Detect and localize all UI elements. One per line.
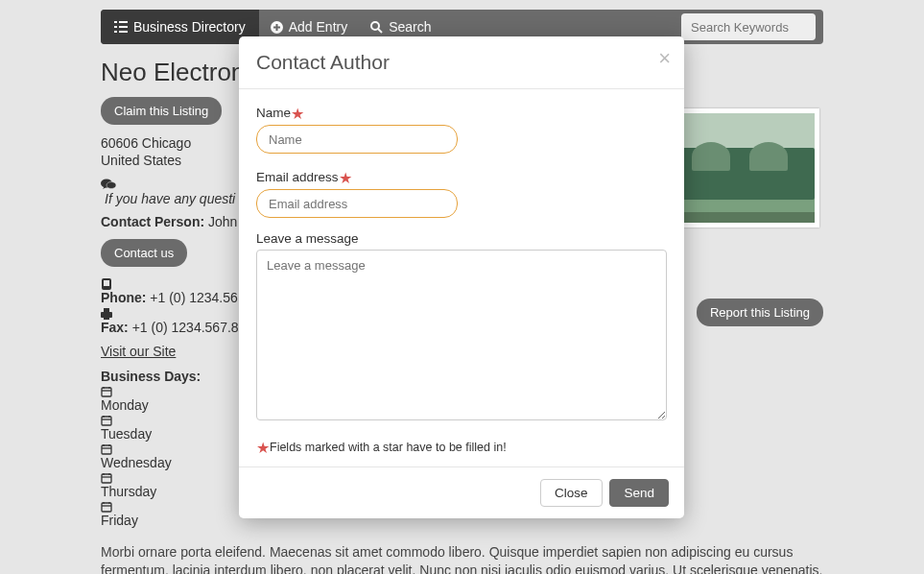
search-input[interactable] xyxy=(681,13,816,40)
listing-image xyxy=(668,108,819,227)
svg-rect-16 xyxy=(104,308,109,313)
svg-rect-4 xyxy=(114,31,117,33)
fax-label: Fax: xyxy=(101,320,129,335)
visit-site-link[interactable]: Visit our Site xyxy=(101,344,176,359)
email-input[interactable] xyxy=(256,189,458,218)
question-text: If you have any questi xyxy=(105,191,235,206)
name-input[interactable] xyxy=(256,125,458,154)
report-listing-button[interactable]: Report this Listing xyxy=(697,299,823,326)
phone-label: Phone: xyxy=(101,290,146,305)
svg-rect-2 xyxy=(114,26,117,28)
svg-rect-14 xyxy=(104,280,109,286)
name-label: Name★ xyxy=(256,103,667,121)
modal-title: Contact Author xyxy=(256,51,667,74)
svg-rect-22 xyxy=(102,417,111,425)
message-label: Leave a message xyxy=(256,231,667,246)
svg-rect-1 xyxy=(119,21,128,23)
fax-value: +1 (0) 1234.567.8 xyxy=(132,320,239,335)
list-icon xyxy=(114,21,128,33)
svg-point-9 xyxy=(371,22,379,30)
send-button[interactable]: Send xyxy=(609,479,669,507)
svg-rect-8 xyxy=(273,26,280,28)
nav-add-entry-label: Add Entry xyxy=(289,19,347,35)
svg-line-10 xyxy=(378,29,382,33)
svg-rect-34 xyxy=(102,503,111,512)
nav-bd-label: Business Directory xyxy=(133,19,246,35)
bday-value: Thursday xyxy=(101,484,156,499)
claim-listing-button[interactable]: Claim this Listing xyxy=(101,97,222,125)
svg-rect-18 xyxy=(102,388,111,396)
svg-rect-5 xyxy=(119,31,128,33)
contact-us-button[interactable]: Contact us xyxy=(101,239,187,267)
bday-value: Monday xyxy=(101,397,149,413)
required-note: Fields marked with a star have to be fil… xyxy=(270,441,507,454)
required-star-icon: ★ xyxy=(291,106,304,122)
svg-rect-0 xyxy=(114,21,117,23)
modal-close-button[interactable]: × xyxy=(658,48,671,69)
email-label: Email address★ xyxy=(256,167,667,185)
svg-rect-30 xyxy=(102,474,111,483)
plus-circle-icon xyxy=(271,21,283,34)
contact-person-label: Contact Person: xyxy=(101,214,204,229)
svg-rect-3 xyxy=(119,26,128,28)
svg-rect-26 xyxy=(102,445,111,454)
phone-value: +1 (0) 1234.56 xyxy=(150,290,237,305)
bday-value: Wednesday xyxy=(101,455,172,470)
required-star-icon: ★ xyxy=(256,440,270,456)
listing-description: Morbi ornare porta eleifend. Maecenas si… xyxy=(101,543,823,574)
modal-close-footer-button[interactable]: Close xyxy=(540,479,603,507)
svg-point-12 xyxy=(107,182,116,189)
search-icon xyxy=(370,21,383,34)
required-star-icon: ★ xyxy=(339,170,352,186)
nav-business-directory[interactable]: Business Directory xyxy=(101,10,259,44)
message-textarea[interactable] xyxy=(256,250,667,420)
contact-author-modal: Contact Author × Name★ Email address★ Le… xyxy=(239,36,684,518)
bday-value: Tuesday xyxy=(101,426,152,442)
bday-value: Friday xyxy=(101,513,138,528)
nav-search-label: Search xyxy=(389,19,431,35)
